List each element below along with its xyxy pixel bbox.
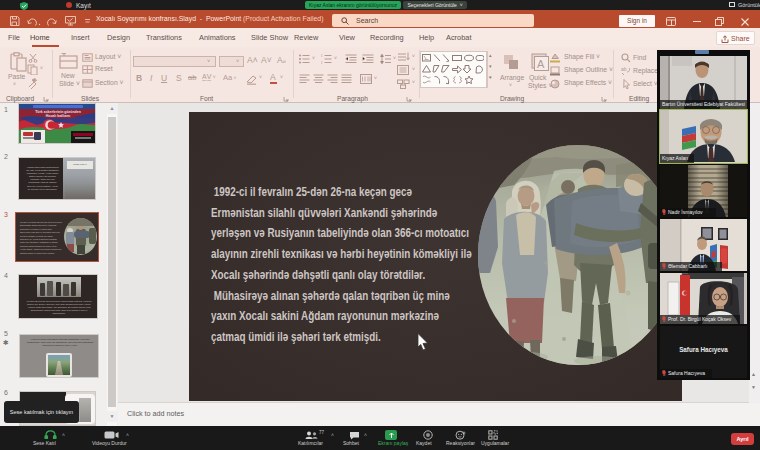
svg-text:A: A xyxy=(537,58,545,70)
svg-text:1: 1 xyxy=(321,54,323,58)
svg-text:ab: ab xyxy=(621,66,627,72)
svg-text:2: 2 xyxy=(321,61,323,65)
